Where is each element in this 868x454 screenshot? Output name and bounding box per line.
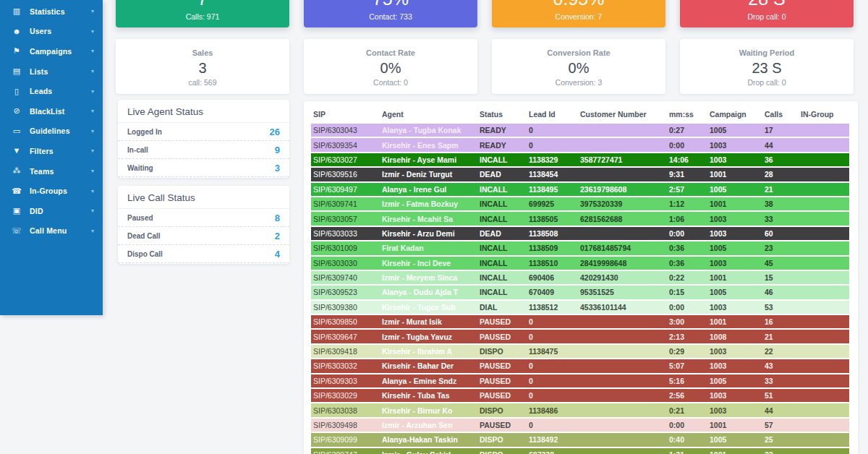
cell-lead_id: 0 <box>529 141 580 150</box>
stat-card-value: 0% <box>304 59 477 77</box>
summary-card-value: 75% <box>304 0 477 9</box>
sidebar-item-label: Teams <box>30 167 91 176</box>
campaigns-icon: ⚑ <box>11 47 22 55</box>
table-row[interactable]: SIP/6309747Izmir - Gulay CakirlDISPO6873… <box>311 448 849 454</box>
leads-icon: ▯ <box>11 87 22 95</box>
cell-mmss: 0:00 <box>669 229 710 238</box>
sidebar-item-label: Guidelines <box>30 127 91 135</box>
sidebar-item-label: Filters <box>30 147 91 155</box>
cell-mmss: 2:56 <box>669 391 710 400</box>
cell-lead_id: 0 <box>529 333 580 341</box>
cell-customer: 3587727471 <box>580 155 669 164</box>
table-row[interactable]: SIP/6303030Kirsehir - Inci DeveINCALL113… <box>311 257 849 271</box>
sidebar-item-leads[interactable]: ▯ Leads ▾ <box>0 81 103 101</box>
chevron-down-icon: ▾ <box>91 88 94 95</box>
status-row: Dead Call 2 <box>118 227 289 245</box>
cell-calls: 44 <box>765 406 801 415</box>
table-row[interactable]: SIP/6303057Kirsehir - Mcahit SaINCALL113… <box>311 212 849 226</box>
status-row: Waiting 3 <box>118 159 289 177</box>
sidebar-item-in-groups[interactable]: ☎ In-Groups ▾ <box>0 181 103 201</box>
cell-sip: SIP/6309099 <box>311 435 382 444</box>
table-row[interactable]: SIP/6309099Alanya-Hakan TaskinDISPO11384… <box>311 433 849 447</box>
cell-status: PAUSED <box>480 361 529 370</box>
cell-lead_id: 0 <box>529 317 580 326</box>
table-header-row: SIPAgentStatusLead IdCustomer Numbermm:s… <box>311 105 849 124</box>
cell-calls: 28 <box>765 170 801 179</box>
table-row[interactable]: SIP/6309523Alanya - Dudu Ajda TINCALL670… <box>311 286 849 300</box>
table-row[interactable]: SIP/6309498Izmir - Arzuhan SenPAUSED00:0… <box>311 419 849 433</box>
summary-card-value: 7 <box>116 0 289 9</box>
stat-card-title: Sales <box>116 48 289 57</box>
cell-calls: 23 <box>765 244 801 252</box>
sidebar-item-blacklist[interactable]: ⊘ BlackList ▾ <box>0 101 103 121</box>
cell-mmss: 0:36 <box>669 259 710 267</box>
call-menu-icon: ☏ <box>11 227 22 235</box>
table-row[interactable]: SIP/6309740Izmir - Meryem SincaINCALL690… <box>311 271 849 286</box>
cell-lead_id: 1138454 <box>529 170 580 179</box>
table-row[interactable]: SIP/6303029Kirsehir - Tuba TasPAUSED02:5… <box>311 389 849 403</box>
column-header-ingroup: IN-Group <box>801 110 844 119</box>
cell-lead_id: 670409 <box>529 288 580 296</box>
cell-agent: Izmir - Tugba Yavuz <box>382 333 480 341</box>
cell-campaign: 1001 <box>710 421 765 429</box>
stat-card-title: Contact Rate <box>304 48 477 57</box>
sidebar-item-label: Campaigns <box>30 47 91 56</box>
cell-agent: Izmir - Deniz Turgut <box>382 170 480 179</box>
table-row[interactable]: SIP/6309741Izmir - Fatma BozkuyINCALL699… <box>311 197 849 212</box>
sidebar-item-label: Lists <box>30 67 91 76</box>
cell-campaign: 1003 <box>710 391 765 400</box>
sidebar-item-filters[interactable]: ▼ Filters ▾ <box>0 141 103 161</box>
table-row[interactable]: SIP/6303043Alanya - Tugba KonakREADY00:2… <box>311 124 849 138</box>
sidebar-item-lists[interactable]: ▤ Lists ▾ <box>0 61 103 82</box>
status-row-value: 4 <box>275 249 280 260</box>
sidebar-item-did[interactable]: ▣ DID ▾ <box>0 201 103 221</box>
cell-campaign: 1005 <box>710 288 765 296</box>
sidebar-item-call-menu[interactable]: ☏ Call Menu ▾ <box>0 221 103 241</box>
table-row[interactable]: SIP/6309380Kirsehir - Tugce SubDIAL11385… <box>311 301 849 315</box>
table-body: SIP/6303043Alanya - Tugba KonakREADY00:2… <box>311 124 849 454</box>
sidebar-item-users[interactable]: ☻ Users ▾ <box>0 22 103 42</box>
cell-agent: Izmir - Meryem Sinca <box>382 273 480 282</box>
cell-campaign: 1003 <box>710 215 765 223</box>
cell-calls: 21 <box>765 333 801 341</box>
table-row[interactable]: SIP/6309850Izmir - Murat IsikPAUSED03:00… <box>311 315 849 330</box>
cell-sip: SIP/6309647 <box>311 333 382 341</box>
sidebar-item-guidelines[interactable]: ▭ Guidelines ▾ <box>0 121 103 142</box>
chevron-down-icon: ▾ <box>91 188 94 194</box>
sidebar-item-campaigns[interactable]: ⚑ Campaigns ▾ <box>0 41 103 61</box>
table-row[interactable]: SIP/6303033Kirsehir - Arzu DemiDEAD11385… <box>311 227 849 241</box>
table-row[interactable]: SIP/6309303Alanya - Emine SndzPAUSED05:1… <box>311 374 849 389</box>
table-row[interactable]: SIP/6309516Izmir - Deniz TurgutDEAD11384… <box>311 168 849 182</box>
cell-mmss: 1:31 <box>669 450 710 454</box>
cell-mmss: 0:21 <box>669 406 710 415</box>
cell-mmss: 2:13 <box>669 333 710 341</box>
cell-lead_id: 0 <box>529 391 580 400</box>
column-header-sip: SIP <box>311 110 382 119</box>
status-row-label: Dead Call <box>127 232 161 240</box>
cell-mmss: 0:00 <box>669 421 710 429</box>
table-row[interactable]: SIP/6309497Alanya - Irene GulINCALL11384… <box>311 183 849 197</box>
table-row[interactable]: SIP/6309647Izmir - Tugba YavuzPAUSED02:1… <box>311 330 849 344</box>
cell-agent: Firat Kadan <box>382 244 480 252</box>
cell-mmss: 0:00 <box>669 141 710 150</box>
table-row[interactable]: SIP/6309418Kirsehir - Ibrahim ADISPO1138… <box>311 345 849 359</box>
cell-status: INCALL <box>480 273 529 282</box>
column-header-customer: Customer Number <box>580 110 669 119</box>
status-row-label: In-call <box>127 146 148 154</box>
stat-card-value: 23 S <box>680 59 854 77</box>
cell-calls: 45 <box>765 259 801 267</box>
table-row[interactable]: SIP/6303027Kirsehir - Ayse MamiINCALL113… <box>311 153 849 168</box>
cell-campaign: 1003 <box>710 229 765 238</box>
table-row[interactable]: SIP/6309354Kirsehir - Enes SapmREADY00:0… <box>311 138 849 153</box>
table-row[interactable]: SIP/6303038Kirsehir - Birnur KoDISPO1138… <box>311 403 849 418</box>
table-row[interactable]: SIP/6303032Kirsehir - Bahar DerPAUSED05:… <box>311 359 849 374</box>
live-calls-table: SIPAgentStatusLead IdCustomer Numbermm:s… <box>304 101 858 454</box>
sidebar-item-statistics[interactable]: ▥ Statistics ▾ <box>0 1 103 22</box>
table-row[interactable]: SIP/6301009Firat KadanINCALL113850901768… <box>311 241 849 256</box>
sidebar-item-teams[interactable]: ⁂ Teams ▾ <box>0 161 103 181</box>
status-row-value: 3 <box>275 163 280 174</box>
chevron-down-icon: ▾ <box>91 48 94 54</box>
live-agent-status-title: Live Agent Status <box>118 100 289 123</box>
cell-sip: SIP/6301009 <box>311 244 382 252</box>
cell-lead_id: 1138510 <box>529 259 580 267</box>
